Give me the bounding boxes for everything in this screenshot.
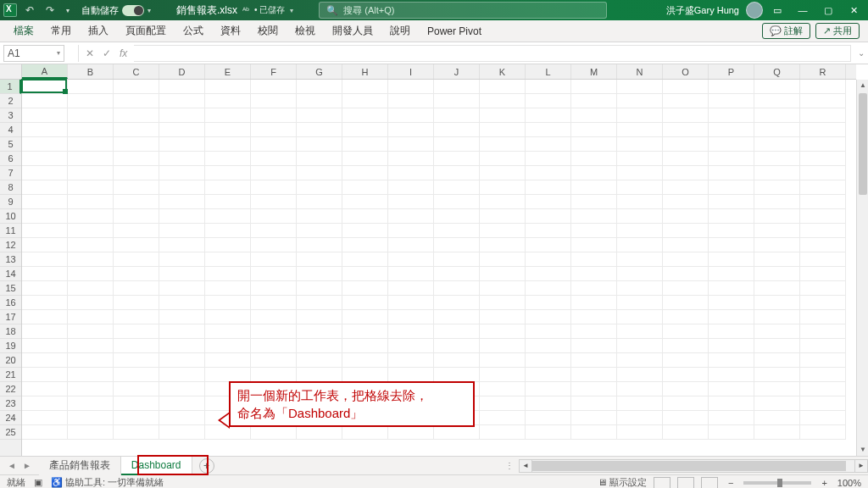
- cell[interactable]: [159, 252, 205, 267]
- cell[interactable]: [297, 252, 342, 267]
- row-header-8[interactable]: 8: [0, 180, 21, 195]
- cell[interactable]: [114, 166, 159, 180]
- cell[interactable]: [205, 166, 251, 180]
- cell[interactable]: [709, 411, 754, 425]
- cell[interactable]: [434, 224, 480, 238]
- cell[interactable]: [159, 310, 205, 324]
- cell[interactable]: [571, 425, 617, 440]
- cell[interactable]: [754, 396, 800, 411]
- cell[interactable]: [434, 339, 480, 353]
- cell[interactable]: [114, 382, 159, 396]
- cell[interactable]: [68, 195, 114, 209]
- cell[interactable]: [434, 209, 480, 224]
- row-header-12[interactable]: 12: [0, 238, 21, 252]
- cell[interactable]: [663, 310, 709, 324]
- cell[interactable]: [526, 238, 571, 252]
- comments-button[interactable]: 💬註解: [762, 23, 810, 39]
- cell[interactable]: [800, 296, 846, 310]
- cell[interactable]: [114, 281, 159, 296]
- cell[interactable]: [388, 152, 434, 166]
- cell[interactable]: [709, 396, 754, 411]
- cell[interactable]: [159, 180, 205, 195]
- cell[interactable]: [205, 281, 251, 296]
- cell[interactable]: [159, 94, 205, 108]
- cell[interactable]: [297, 224, 342, 238]
- cell[interactable]: [114, 209, 159, 224]
- cell[interactable]: [342, 281, 388, 296]
- cell[interactable]: [342, 123, 388, 137]
- cell[interactable]: [22, 166, 68, 180]
- cell[interactable]: [571, 396, 617, 411]
- cell[interactable]: [22, 224, 68, 238]
- cell[interactable]: [22, 123, 68, 137]
- cell[interactable]: [709, 238, 754, 252]
- row-header-6[interactable]: 6: [0, 152, 21, 166]
- cell[interactable]: [617, 267, 663, 281]
- tab-formulas[interactable]: 公式: [175, 20, 212, 42]
- cell[interactable]: [709, 123, 754, 137]
- cell[interactable]: [709, 281, 754, 296]
- cell[interactable]: [297, 180, 342, 195]
- cell[interactable]: [114, 339, 159, 353]
- cell[interactable]: [342, 108, 388, 123]
- cell[interactable]: [663, 411, 709, 425]
- cell[interactable]: [22, 108, 68, 123]
- cell[interactable]: [205, 267, 251, 281]
- search-input[interactable]: 🔍 搜尋 (Alt+Q): [319, 2, 607, 19]
- cell[interactable]: [480, 425, 526, 440]
- fx-button[interactable]: fx: [120, 47, 127, 59]
- cell[interactable]: [297, 94, 342, 108]
- cell[interactable]: [297, 324, 342, 339]
- cell[interactable]: [114, 252, 159, 267]
- cancel-formula-button[interactable]: ✕: [86, 47, 94, 59]
- cell[interactable]: [114, 396, 159, 411]
- cell[interactable]: [68, 224, 114, 238]
- hscroll-right-button[interactable]: ►: [854, 459, 868, 473]
- cell[interactable]: [342, 238, 388, 252]
- cell[interactable]: [526, 368, 571, 382]
- cell[interactable]: [709, 353, 754, 368]
- cell[interactable]: [526, 252, 571, 267]
- row-header-1[interactable]: 1: [0, 80, 21, 94]
- cell[interactable]: [114, 180, 159, 195]
- cell[interactable]: [159, 411, 205, 425]
- tab-powerpivot[interactable]: Power Pivot: [419, 20, 490, 42]
- cell[interactable]: [388, 137, 434, 152]
- row-header-15[interactable]: 15: [0, 281, 21, 296]
- cell[interactable]: [800, 252, 846, 267]
- cell[interactable]: [434, 296, 480, 310]
- cell[interactable]: [297, 195, 342, 209]
- cell[interactable]: [68, 94, 114, 108]
- cell[interactable]: [754, 281, 800, 296]
- cell[interactable]: [480, 152, 526, 166]
- cell[interactable]: [571, 137, 617, 152]
- cell[interactable]: [114, 425, 159, 440]
- cell[interactable]: [22, 152, 68, 166]
- cell[interactable]: [480, 267, 526, 281]
- cell[interactable]: [342, 195, 388, 209]
- row-header-14[interactable]: 14: [0, 267, 21, 281]
- cell[interactable]: [205, 353, 251, 368]
- cell[interactable]: [22, 94, 68, 108]
- cell[interactable]: [159, 80, 205, 94]
- row-header-23[interactable]: 23: [0, 396, 21, 411]
- row-header-17[interactable]: 17: [0, 310, 21, 324]
- cell[interactable]: [159, 209, 205, 224]
- cell[interactable]: [342, 252, 388, 267]
- cell[interactable]: [480, 411, 526, 425]
- cell[interactable]: [571, 166, 617, 180]
- col-header-L[interactable]: L: [526, 64, 571, 79]
- cell[interactable]: [114, 137, 159, 152]
- cell[interactable]: [342, 224, 388, 238]
- cell[interactable]: [297, 353, 342, 368]
- cell[interactable]: [526, 180, 571, 195]
- row-header-19[interactable]: 19: [0, 339, 21, 353]
- cell[interactable]: [434, 180, 480, 195]
- cell[interactable]: [159, 238, 205, 252]
- cell[interactable]: [251, 368, 297, 382]
- col-header-F[interactable]: F: [251, 64, 297, 79]
- cell[interactable]: [22, 137, 68, 152]
- avatar[interactable]: [746, 2, 763, 19]
- redo-button[interactable]: ↷: [42, 4, 58, 16]
- cell[interactable]: [251, 425, 297, 440]
